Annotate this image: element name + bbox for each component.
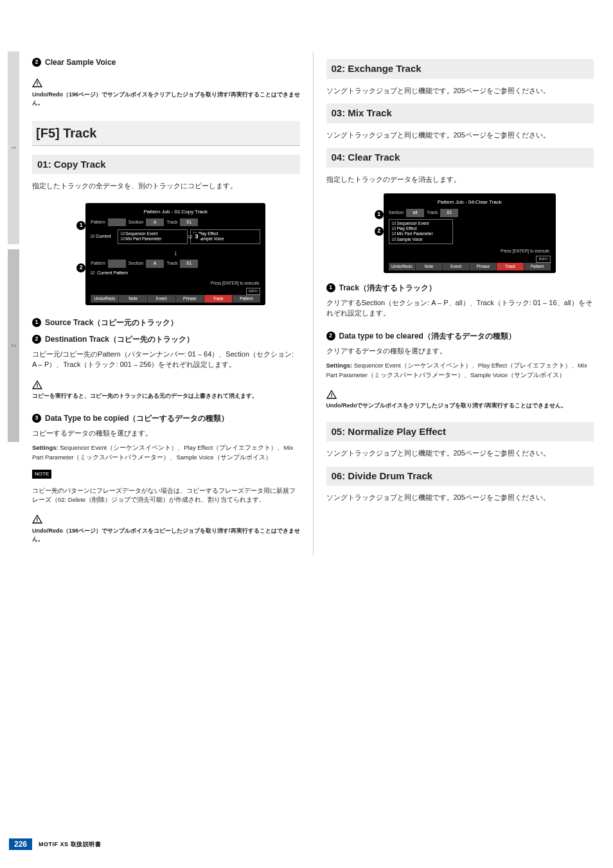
callout-3b-icon: 3 <box>32 414 41 423</box>
clear-track-desc: 指定したトラックのデータを消去します。 <box>326 174 594 185</box>
track-clear-desc: クリアするSection（セクション: A – P、all）、Track（トラッ… <box>326 297 594 319</box>
callout-2d-icon: 2 <box>375 227 384 236</box>
data-type-clear-header: Data type to be cleared（消去するデータの種類） <box>339 330 516 342</box>
dest-track-desc: コピー元/コピー先のPattern（パターンナンバー: 01 – 64）、Sec… <box>32 349 300 370</box>
normalize-desc: ソングトラックジョブと同じ機能です。205ページをご参照ください。 <box>326 448 594 459</box>
note-tag: NOTE <box>32 470 51 479</box>
mix-track-heading: 03: Mix Track <box>326 103 594 123</box>
tab-track[interactable]: Track <box>204 295 233 303</box>
tab-pattern[interactable]: Pattern <box>233 295 260 303</box>
exchange-track-desc: ソングトラックジョブと同じ機能です。205ページをご参照ください。 <box>326 85 594 96</box>
mix-track-desc: ソングトラックジョブと同じ機能です。205ページをご参照ください。 <box>326 130 594 141</box>
undo-redo-warning-1: Undo/Redo（196ページ）でサンプルボイスをクリアしたジョブを取り消す/… <box>32 91 300 108</box>
exchange-track-heading: 02: Exchange Track <box>326 59 594 79</box>
clear-track-screenshot: Pattern Job - 04:Clear Track 1 Sectional… <box>384 193 556 273</box>
callout-3-icon: 3 <box>192 233 201 242</box>
copy-track-heading: 01: Copy Track <box>32 155 300 175</box>
page-number: 226 <box>9 838 32 850</box>
clear-sample-voice-header: Clear Sample Voice <box>45 57 116 68</box>
svg-text:!: ! <box>37 80 39 87</box>
copy-track-screenshot: Pattern Job - 01:Copy Track 1 Pattern Se… <box>85 203 265 305</box>
arrow-down-icon: ↓ <box>91 247 260 258</box>
copy-overwrite-warning: コピーを実行すると、コピー先のトラックにある元のデータは上書きされて消えます。 <box>32 392 300 401</box>
svg-text:!: ! <box>330 392 332 398</box>
copy-track-desc: 指定したトラックの全データを、別のトラックにコピーします。 <box>32 181 300 191</box>
data-type-clear-desc: クリアするデータの種類を選びます。 <box>326 346 594 357</box>
tab-undo[interactable]: Undo/Redo <box>91 295 119 303</box>
divide-drum-heading: 06: Divide Drum Track <box>326 466 594 486</box>
warning-icon: ! <box>32 513 42 524</box>
callout-1d-icon: 1 <box>326 283 335 292</box>
tab-phrase[interactable]: Phrase <box>176 295 204 303</box>
tab-undo[interactable]: Undo/Redo <box>389 263 416 270</box>
tab-event[interactable]: Event <box>443 263 470 270</box>
svg-text:!: ! <box>37 517 39 523</box>
data-type-copy-header: Data Type to be copied（コピーするデータの種類） <box>45 412 229 424</box>
divide-drum-desc: ソングトラックジョブと同じ機能です。205ページをご参照ください。 <box>326 492 594 503</box>
tab-phrase[interactable]: Phrase <box>470 263 497 270</box>
side-tab-1: 1 <box>8 51 19 244</box>
f5-track-heading: [F5] Track <box>32 121 300 146</box>
warning-icon: ! <box>32 77 42 88</box>
dest-track-header: Destination Track（コピー先のトラック） <box>45 333 194 345</box>
side-index-tabs: 1 2 <box>8 51 19 556</box>
track-header: Track（消去するトラック） <box>339 282 436 294</box>
warning-icon: ! <box>32 379 42 390</box>
undo-redo-warning-r: Undo/Redoでサンプルボイスをクリアしたジョブを取り消す/再実行することは… <box>326 402 594 411</box>
page-footer: 226 MOTIF XS 取扱説明書 <box>9 837 101 851</box>
callout-2-icon: 2 <box>32 58 41 67</box>
callout-1b-icon: 1 <box>32 318 41 327</box>
side-tab-2: 2 <box>8 249 19 442</box>
tab-pattern[interactable]: Pattern <box>524 263 551 270</box>
warning-icon: ! <box>326 389 337 400</box>
tab-track[interactable]: Track <box>497 263 524 270</box>
normalize-heading: 05: Normalize Play Effect <box>326 422 594 442</box>
svg-text:!: ! <box>37 382 39 389</box>
note-text: コピー先のパターンにフレーズデータがない場合は、コピーするフレーズデータ用に新規… <box>32 486 300 505</box>
clear-track-heading: 04: Clear Track <box>326 148 594 168</box>
data-type-copy-desc: コピーするデータの種類を選びます。 <box>32 428 300 439</box>
callout-1-icon: 1 <box>76 221 85 230</box>
source-track-header: Source Track（コピー元のトラック） <box>45 317 178 328</box>
model-label: MOTIF XS 取扱説明書 <box>39 840 101 849</box>
tab-note[interactable]: Note <box>119 295 147 303</box>
callout-1c-icon: 1 <box>375 210 384 219</box>
callout-2b-icon: 2 <box>76 263 85 272</box>
tab-event[interactable]: Event <box>148 295 176 303</box>
tab-note[interactable]: Note <box>416 263 443 270</box>
callout-2c-icon: 2 <box>32 335 41 344</box>
callout-2e-icon: 2 <box>326 332 335 341</box>
undo-redo-warning-3: Undo/Redo（196ページ）でサンプルボイスをコピーしたジョブを取り消す/… <box>32 527 300 544</box>
